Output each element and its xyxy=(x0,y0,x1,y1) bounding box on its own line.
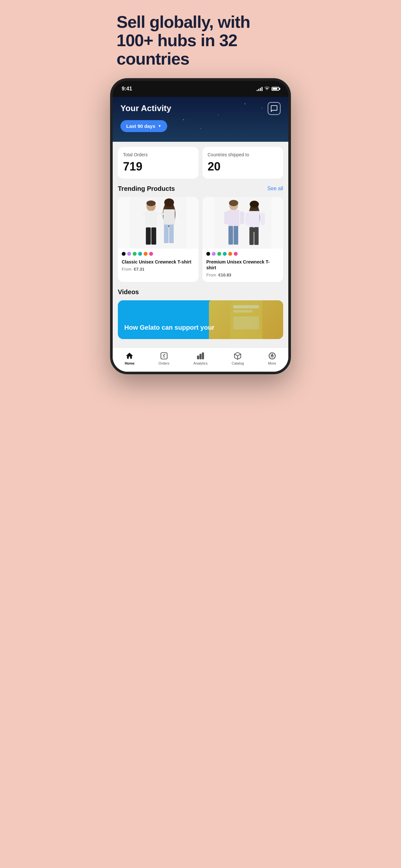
color-dot xyxy=(217,252,221,256)
svg-rect-0 xyxy=(129,197,187,249)
color-dot xyxy=(133,252,136,256)
header-top: Your Activity xyxy=(120,102,281,115)
svg-rect-20 xyxy=(240,211,244,224)
wifi-icon xyxy=(265,86,270,91)
orders-icon xyxy=(160,352,168,360)
filter-label: Last 90 days xyxy=(126,123,155,129)
chat-button[interactable] xyxy=(268,102,281,115)
svg-rect-29 xyxy=(249,227,253,245)
svg-rect-18 xyxy=(228,210,240,227)
catalog-icon xyxy=(234,352,242,360)
video-card-text: How Gelato can support your xyxy=(124,323,214,331)
nav-label-analytics: Analytics xyxy=(193,361,208,365)
trending-products-header: Trending Products See all xyxy=(118,185,283,192)
product-card-1[interactable]: Classic Unisex Crewneck T-shirt From €7.… xyxy=(118,197,198,282)
stats-row: Total Orders 719 Countries shipped to 20 xyxy=(118,147,283,179)
phone-wrapper: 9:41 xyxy=(110,78,291,374)
svg-point-2 xyxy=(147,200,156,206)
svg-rect-37 xyxy=(200,354,201,359)
price-prefix-2: From xyxy=(206,273,216,277)
screen-header: Your Activity Last 90 days ▼ xyxy=(113,97,288,142)
phone-frame: 9:41 xyxy=(110,78,291,374)
signal-icon xyxy=(257,87,263,91)
videos-title: Videos xyxy=(118,288,283,296)
svg-rect-13 xyxy=(164,224,168,243)
product-colors-1 xyxy=(118,249,198,258)
svg-point-25 xyxy=(250,200,258,207)
chevron-down-icon: ▼ xyxy=(158,124,161,128)
analytics-icon xyxy=(196,352,205,360)
color-dot xyxy=(228,252,232,256)
svg-rect-35 xyxy=(161,352,167,359)
screen-title: Your Activity xyxy=(120,103,171,113)
svg-rect-26 xyxy=(249,211,260,228)
svg-rect-30 xyxy=(254,227,258,245)
color-dot xyxy=(122,252,126,256)
total-orders-card: Total Orders 719 xyxy=(118,147,198,179)
color-dot xyxy=(144,252,148,256)
svg-rect-34 xyxy=(233,316,259,330)
svg-rect-38 xyxy=(203,352,204,359)
nav-item-home[interactable]: Home xyxy=(125,352,135,365)
total-orders-label: Total Orders xyxy=(123,152,193,157)
nav-item-more[interactable]: More xyxy=(268,352,276,365)
color-dot xyxy=(206,252,210,256)
chat-icon xyxy=(271,105,278,112)
color-dot xyxy=(212,252,216,256)
product-price-1: From €7.31 xyxy=(122,267,195,272)
screen-body: Total Orders 719 Countries shipped to 20… xyxy=(113,142,288,347)
product-image-1 xyxy=(118,197,198,249)
color-dot xyxy=(234,252,238,256)
nav-item-orders[interactable]: Orders xyxy=(158,352,169,365)
products-row: Classic Unisex Crewneck T-shirt From €7.… xyxy=(118,197,283,282)
svg-rect-22 xyxy=(234,226,238,244)
hero-section: Sell globally, with 100+ hubs in 32 coun… xyxy=(110,13,291,78)
nav-item-catalog[interactable]: Catalog xyxy=(232,352,244,365)
product-name-2: Premium Unisex Crewneck T-shirt xyxy=(206,259,279,271)
price-value-2: €10.83 xyxy=(219,273,232,277)
hero-title: Sell globally, with 100+ hubs in 32 coun… xyxy=(117,13,284,68)
color-dot xyxy=(223,252,227,256)
svg-point-10 xyxy=(164,198,174,206)
battery-icon xyxy=(272,87,279,91)
phone-screen: Your Activity Last 90 days ▼ xyxy=(113,97,288,372)
svg-rect-6 xyxy=(146,227,151,244)
nav-label-catalog: Catalog xyxy=(232,361,244,365)
more-icon xyxy=(268,352,276,360)
video-card[interactable]: How Gelato can support your xyxy=(118,300,283,339)
svg-rect-33 xyxy=(233,310,252,313)
bottom-nav: Home Orders xyxy=(113,347,288,372)
total-orders-value: 719 xyxy=(123,160,193,174)
svg-rect-28 xyxy=(261,213,265,225)
color-dot xyxy=(138,252,142,256)
color-dot xyxy=(149,252,153,256)
trending-products-title: Trending Products xyxy=(118,185,175,192)
nav-label-home: Home xyxy=(125,361,135,365)
svg-rect-27 xyxy=(245,213,249,225)
countries-shipped-value: 20 xyxy=(208,160,278,174)
product-info-1: Classic Unisex Crewneck T-shirt From €7.… xyxy=(118,258,198,276)
price-value-1: €7.31 xyxy=(134,267,145,272)
countries-shipped-card: Countries shipped to 20 xyxy=(203,147,283,179)
product-name-1: Classic Unisex Crewneck T-shirt xyxy=(122,259,195,265)
svg-rect-11 xyxy=(163,209,175,225)
nav-item-analytics[interactable]: Analytics xyxy=(193,352,208,365)
price-prefix-1: From xyxy=(122,267,131,272)
svg-rect-32 xyxy=(233,305,259,308)
product-colors-2 xyxy=(203,249,283,258)
product-image-2 xyxy=(203,197,283,249)
videos-section: Videos How Gelato can support your xyxy=(118,288,283,339)
filter-pill[interactable]: Last 90 days ▼ xyxy=(120,120,167,132)
status-time: 9:41 xyxy=(122,86,132,92)
product-card-2[interactable]: Premium Unisex Crewneck T-shirt From €10… xyxy=(203,197,283,282)
color-dot xyxy=(127,252,131,256)
svg-rect-36 xyxy=(197,356,198,359)
svg-point-17 xyxy=(229,199,238,206)
status-bar: 9:41 xyxy=(113,81,288,97)
nav-label-more: More xyxy=(268,361,276,365)
product-price-2: From €10.83 xyxy=(206,273,279,277)
see-all-link[interactable]: See all xyxy=(267,186,283,191)
video-preview-thumbnail xyxy=(209,300,283,339)
home-icon xyxy=(125,352,134,360)
svg-rect-21 xyxy=(228,226,233,244)
